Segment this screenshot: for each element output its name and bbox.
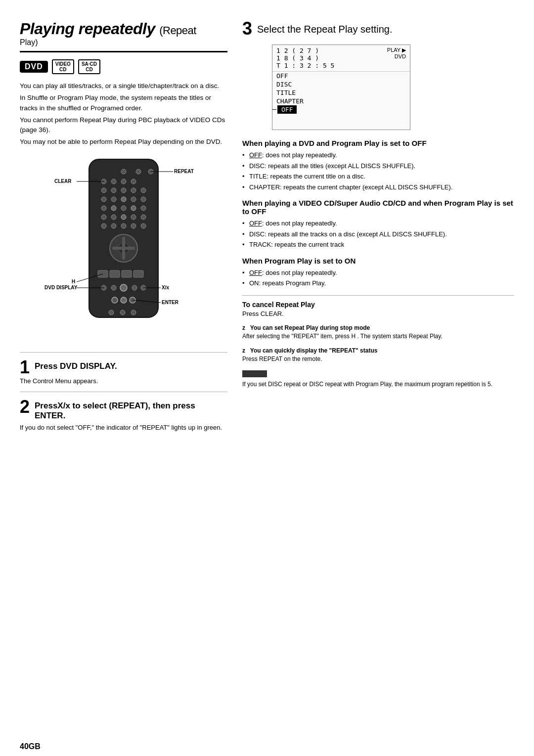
cancel-body: Press CLEAR. [242,310,514,317]
osd-info: 1 2 ( 2 7 ) 1 8 ( 3 4 ) T 1 : 3 2 : 5 5 [276,47,334,69]
title-sub: Play) [20,38,227,47]
step1-section: 1 Press DVD DISPLAY. The Control Menu ap… [20,352,227,386]
svg-point-57 [121,297,127,303]
section-videocd-program-off: When playing a VIDEO CD/Super Audio CD/C… [242,199,514,250]
section-dvd-heading: When playing a DVD and Program Play is s… [242,139,514,147]
title-text: Playing repeatedly [20,20,155,38]
remote-diagram: REPEAT CLEAR [40,154,208,342]
osd-item-off2-selected: OFF [277,105,297,114]
svg-point-7 [111,179,116,184]
osd-spacer [272,114,410,122]
svg-point-2 [136,169,141,174]
section-dvd-program-off: When playing a DVD and Program Play is s… [242,139,514,192]
intro-p3: You cannot perform Repeat Play during PB… [20,115,227,135]
section-program-on-heading: When Program Play is set to ON [242,257,514,265]
svg-point-14 [121,188,126,193]
osd-play-indicator: PLAY ▶ DVD [387,47,406,69]
step2-title: PressX/x to select (REPEAT), then press … [20,398,227,421]
bullet-dvd-title: TITLE: repeats the current title on a di… [242,172,514,181]
osd-row2: 1 8 ( 3 4 ) [276,54,334,62]
svg-point-36 [141,223,146,228]
bullet-program-on: ON: repeats Program Play. [242,278,514,288]
step1-body: The Control Menu appears. [20,376,227,386]
step1-number: 1 [20,358,30,376]
title-section: Playing repeatedly (Repeat Play) [20,20,227,52]
svg-text:CLEAR: CLEAR [54,178,72,184]
section-videocd-heading: When playing a VIDEO CD/Super Audio CD/C… [242,199,514,216]
svg-rect-42 [110,270,120,277]
section-dvd-bullets: OFF: does not play repeatedly. DISC: rep… [242,150,514,192]
svg-rect-43 [122,270,132,277]
svg-point-24 [121,206,126,211]
svg-point-49 [120,284,127,291]
bullet-dvd-chapter: CHAPTER: repeats the current chapter (ex… [242,182,514,192]
svg-point-30 [131,215,136,220]
page-number: 40GB [0,737,534,756]
svg-rect-40 [112,247,135,250]
svg-point-63 [131,310,136,315]
step1-title: Press DVD DISPLAY. [20,358,227,371]
svg-point-31 [141,215,146,220]
cancel-heading: To cancel Repeat Play [242,301,514,309]
cancel-section: To cancel Repeat Play Press CLEAR. [242,301,514,317]
osd-row1: 1 2 ( 2 7 ) [276,47,334,54]
remote-svg: REPEAT CLEAR [40,154,208,342]
svg-text:DVD DISPLAY: DVD DISPLAY [44,285,78,290]
step3-title: Select the Repeat Play setting. [257,20,514,35]
osd-item-chapter: CHAPTER [272,97,410,105]
svg-point-8 [121,179,126,184]
format-badges: DVD VIDEO CD SA·CD CD [20,59,227,74]
svg-point-9 [131,179,136,184]
dvd-label: DVD [395,53,406,59]
svg-point-1 [121,169,126,174]
bullet-videocd-off: OFF: does not play repeatedly. [242,219,514,228]
svg-point-27 [101,215,106,220]
osd-row3: T 1 : 3 2 : 5 5 [276,62,334,69]
svg-point-12 [101,188,106,193]
note-stop-mode-bold: z You can set Repeat Play during stop mo… [242,324,514,331]
svg-text:H: H [72,279,75,284]
osd-item-off1: OFF [272,72,410,80]
note-stop-mode: z You can set Repeat Play during stop mo… [242,324,514,341]
right-column: 3 Select the Repeat Play setting. 1 2 ( … [242,20,514,717]
svg-point-23 [111,206,116,211]
intro-p4: You may not be able to perform Repeat Pl… [20,137,227,147]
divider [242,295,514,296]
bullet-videocd-disc: DISC: repeats all the tracks on a disc (… [242,229,514,239]
step2-section: 2 PressX/x to select (REPEAT), then pres… [20,392,227,433]
bullet-dvd-off: OFF: does not play repeatedly. [242,150,514,160]
dvd-badge: DVD [20,61,48,73]
svg-point-17 [101,197,106,202]
osd-display: 1 2 ( 2 7 ) 1 8 ( 3 4 ) T 1 : 3 2 : 5 5 … [272,44,410,130]
svg-point-15 [131,188,136,193]
note-quick-display: z You can quickly display the "REPEAT" s… [242,347,514,363]
svg-point-48 [111,285,116,290]
intro-p2: In Shuffle or Program Play mode, the sys… [20,93,227,113]
svg-point-33 [111,223,116,228]
note-quick-display-text: Press REPEAT on the remote. [242,355,514,363]
svg-point-62 [120,310,125,315]
svg-point-20 [131,197,136,202]
intro-p1: You can play all titles/tracks, or a sin… [20,81,227,91]
video-cd-badge: VIDEO CD [52,59,74,74]
caution-text: If you set DISC repeat or DISC repeat wi… [242,380,514,389]
svg-point-35 [131,223,136,228]
osd-spacer2 [272,122,410,130]
svg-point-16 [141,188,146,193]
title-parenthetical: (Repeat [159,24,196,37]
section-videocd-bullets: OFF: does not play repeatedly. DISC: rep… [242,219,514,250]
svg-text:REPEAT: REPEAT [174,169,194,174]
svg-point-61 [109,310,114,315]
section-program-on: When Program Play is set to ON OFF: does… [242,257,514,288]
sacd-badge: SA·CD CD [78,59,100,74]
step3-header-block: 3 Select the Repeat Play setting. [242,20,514,38]
section-program-on-bullets: OFF: does not play repeatedly. ON: repea… [242,268,514,288]
step2-body: If you do not select "OFF," the indicato… [20,423,227,433]
osd-top-row: 1 2 ( 2 7 ) 1 8 ( 3 4 ) T 1 : 3 2 : 5 5 … [272,45,410,72]
svg-point-32 [101,223,106,228]
svg-point-19 [121,197,126,202]
svg-point-22 [101,206,106,211]
svg-point-29 [121,215,126,220]
svg-text:ENTER: ENTER [162,300,179,305]
caution-box [242,370,267,377]
